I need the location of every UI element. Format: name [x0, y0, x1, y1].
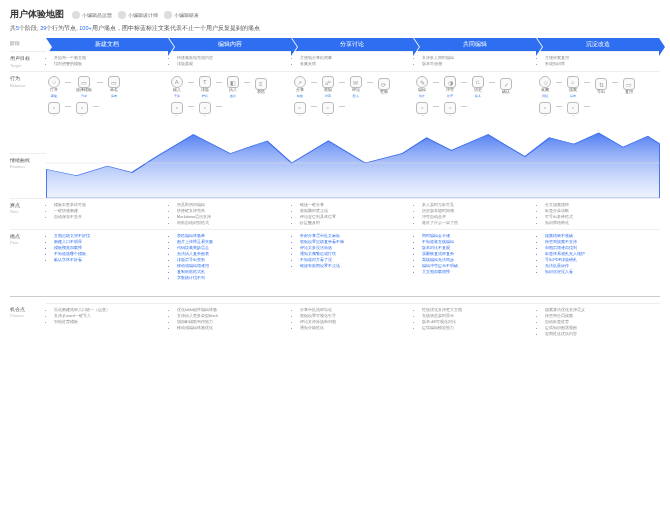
emotion-chart — [46, 128, 660, 198]
behavior-icon: ⎌ — [472, 76, 484, 88]
bullet-item: 定期推送优质内容 — [545, 331, 658, 337]
behavior-icon: T — [199, 76, 211, 88]
connector — [612, 82, 618, 83]
bullet-item: 知识库结构化 — [545, 220, 658, 226]
behavior-caption: 更新 — [380, 91, 388, 95]
behavior-caption: ··· — [175, 115, 178, 119]
behavior-node-secondary: ▫··· — [171, 102, 183, 120]
connector — [311, 106, 317, 107]
chances-cell: 优化table组件编辑体验支持插入更多类型block增加AI辅助写作能力移动端编… — [169, 303, 292, 340]
behavior-icon: ▫ — [76, 102, 88, 114]
behavior-icon: ▫ — [322, 102, 334, 114]
behavior-icon: ▭ — [623, 78, 635, 90]
pains-cell: 外部分享需审批太麻烦权限设置层级复杂看不懂评论太多没法筛选通知太频繁造成打扰不知… — [292, 229, 415, 284]
connector — [461, 82, 467, 83]
connector — [93, 106, 99, 107]
header: 用户体验地图 小编辑品运营小编辑设计师小编辑研发 — [10, 8, 660, 21]
behavior-node: ▭命名保存 — [108, 76, 120, 98]
connector — [489, 82, 495, 83]
behavior-caption: ··· — [53, 115, 56, 119]
behavior-icon: A — [171, 76, 183, 88]
connector — [188, 106, 194, 107]
gains-cell: 模板丰富多样可选一键快速新建自动保存不丢失 — [46, 198, 169, 229]
behavior-sub: 图片 — [230, 94, 236, 98]
collaborator: 小编辑研发 — [164, 11, 199, 19]
emotion-label: ⌣ ⌢ 情绪曲线Emotion — [10, 153, 46, 173]
targets-cell: 方便检索复用形成知识库 — [537, 51, 660, 71]
behavior-node: ✎编辑协作 — [416, 76, 428, 98]
behavior-node: ▭选择模板目录 — [76, 76, 92, 98]
bullet-item: 链接有效期设置不灵活 — [300, 263, 413, 269]
collaborator-name: 小编辑设计师 — [128, 12, 158, 18]
chances-cell: 性能优化支持更大文档在线状态实时显示版本diff可视化对比提供编辑锁定能力 — [414, 303, 537, 340]
behavior-icon: ☍ — [322, 76, 334, 88]
pain-label: 痛点Pain — [10, 229, 46, 284]
behavior-icon: ▫ — [567, 102, 579, 114]
behavior-node: ◧插入图片 — [227, 76, 239, 98]
behavior-sub: 设置 — [325, 94, 331, 98]
bullet-item: 排版美观 — [177, 61, 290, 67]
chances-cell: 简化新建流程入口统一（运营）支持从word一键导入智能推荐模板 — [46, 303, 169, 340]
behavior-caption: 导出 — [597, 91, 605, 95]
behavior-icon: ▫ — [294, 102, 306, 114]
behavior-caption: 分享 — [296, 89, 304, 93]
collaborator-name: 小编辑研发 — [174, 12, 199, 18]
behavior-caption: ··· — [449, 115, 452, 119]
gains-cell: 链接一键分享权限颗粒度灵活评论定位到具体位置@提醒及时 — [292, 198, 415, 229]
behavior-caption: ··· — [298, 115, 301, 119]
bullet-item: 找到想要的模板 — [54, 61, 167, 67]
behavior-icon: ⌕ — [567, 76, 579, 88]
behavior-icon: ⇅ — [595, 78, 607, 90]
behavior-node: ↗分享链接 — [294, 76, 306, 98]
stage-arrow: 沉淀改造 — [537, 38, 659, 51]
connector — [433, 106, 439, 107]
stage-row: 阶段 新建文档编辑内容分享讨论共同编辑沉淀改造 — [10, 38, 660, 51]
behavior-cell: ✎编辑协作◑冲突处理⎌历史版本✓确认▫···▫··· — [414, 71, 537, 128]
targets-cell: 方便地分享给同事收集反馈 — [292, 51, 415, 71]
pains-cell: 同时编辑会卡顿不知道谁在线编辑版本对比不直观误删恢复流程复杂离线编辑无法同步编辑… — [414, 229, 537, 284]
behavior-icon: ▫ — [199, 102, 211, 114]
bullet-item: 智能推荐模板 — [54, 319, 167, 325]
behavior-icon: ▫ — [171, 102, 183, 114]
target-label: 用户目标Target — [10, 51, 46, 71]
bullet-item: @提醒及时 — [300, 220, 413, 226]
behavior-caption: 排版 — [201, 89, 209, 93]
behavior-caption: 插入 — [229, 89, 237, 93]
bullet-item: 大文档加载很慢 — [422, 269, 535, 275]
behavior-caption: 输入 — [173, 89, 181, 93]
behavior-caption: ··· — [203, 115, 206, 119]
behavior-cell: ○打开新建▭选择模板目录▭命名保存▫···▫··· — [46, 71, 169, 128]
behavior-icon: ↗ — [294, 76, 306, 88]
stage-arrow: 分享讨论 — [292, 38, 414, 51]
behavior-sub: 新建 — [51, 94, 57, 98]
behavior-sub: 字体 — [174, 94, 180, 98]
chance-label: 机会点Chance — [10, 303, 46, 340]
targets-cell: 快速高效地完成内容排版美观 — [169, 51, 292, 71]
behavior-caption: ··· — [544, 115, 547, 119]
behavior-caption: 评论 — [352, 89, 360, 93]
behavior-node: ⎌历史版本 — [472, 76, 484, 98]
behavior-node: ○打开新建 — [48, 76, 60, 98]
behavior-icon: ▭ — [78, 76, 90, 88]
behavior-node: T排版样式 — [199, 76, 211, 98]
behavior-node-secondary: ▫··· — [294, 102, 306, 120]
behavior-caption: ··· — [572, 115, 575, 119]
avatar-icon — [118, 11, 126, 19]
behavior-node: A输入字体 — [171, 76, 183, 98]
connector — [367, 82, 373, 83]
connector — [216, 106, 222, 107]
behavior-caption: 历史 — [474, 89, 482, 93]
bullet-item: 谁改了什么一目了然 — [422, 220, 535, 226]
connector — [584, 82, 590, 83]
behavior-node-secondary: ▫··· — [76, 102, 88, 120]
behavior-node-secondary: ▫··· — [444, 102, 456, 120]
behavior-icon: ▫ — [444, 102, 456, 114]
connector — [556, 82, 562, 83]
behavior-icon: ✎ — [416, 76, 428, 88]
chance-row: 机会点Chance 简化新建流程入口统一（运营）支持从word一键导入智能推荐模… — [10, 296, 660, 340]
behavior-caption: 权限 — [324, 89, 332, 93]
behavior-caption: 确认 — [502, 91, 510, 95]
bullet-item: 移动端编辑体验优化 — [177, 325, 290, 331]
bullet-item: 默认字体不好看 — [54, 257, 167, 263]
behavior-node: ⌕搜索标签 — [567, 76, 579, 98]
